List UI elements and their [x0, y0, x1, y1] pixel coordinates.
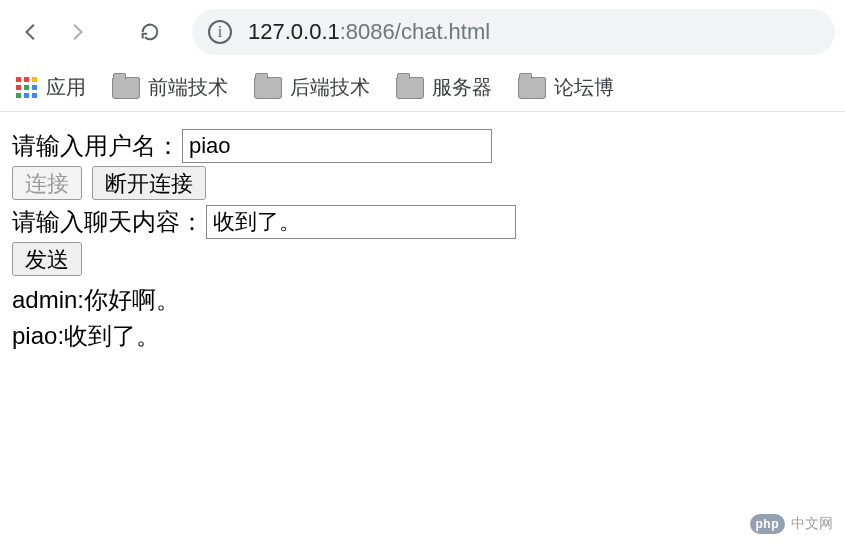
reload-icon: [139, 21, 161, 43]
arrow-left-icon: [21, 21, 43, 43]
url-host: 127.0.0.1: [248, 19, 340, 45]
message-input[interactable]: [206, 205, 516, 239]
bookmarks-bar: 应用 前端技术 后端技术 服务器 论坛博: [0, 64, 845, 112]
url-port: :8086: [340, 19, 395, 45]
folder-icon: [518, 77, 546, 99]
back-button[interactable]: [10, 10, 54, 54]
username-input[interactable]: [182, 129, 492, 163]
site-info-icon[interactable]: i: [208, 20, 232, 44]
folder-icon: [396, 77, 424, 99]
bookmark-label: 论坛博: [554, 74, 614, 101]
message-label: 请输入聊天内容：: [12, 204, 204, 240]
apps-label: 应用: [46, 74, 86, 101]
browser-toolbar: i 127.0.0.1:8086/chat.html: [0, 0, 845, 64]
chat-line: admin:你好啊。: [12, 282, 833, 318]
username-label: 请输入用户名：: [12, 128, 180, 164]
bookmark-label: 后端技术: [290, 74, 370, 101]
info-glyph: i: [218, 23, 222, 41]
message-row: 请输入聊天内容：: [12, 204, 833, 240]
page-body: 请输入用户名： 连接 断开连接 请输入聊天内容： 发送 admin:你好啊。 p…: [0, 112, 845, 370]
apps-icon: [16, 77, 38, 99]
connect-button[interactable]: 连接: [12, 166, 82, 200]
watermark: php 中文网: [750, 514, 834, 534]
send-button-row: 发送: [12, 242, 833, 276]
address-bar[interactable]: i 127.0.0.1:8086/chat.html: [192, 9, 835, 55]
reload-button[interactable]: [128, 10, 172, 54]
bookmark-folder-server[interactable]: 服务器: [396, 74, 492, 101]
watermark-text: 中文网: [791, 515, 833, 533]
folder-icon: [254, 77, 282, 99]
bookmark-folder-forum[interactable]: 论坛博: [518, 74, 614, 101]
url-path: /chat.html: [395, 19, 490, 45]
forward-button[interactable]: [54, 10, 98, 54]
folder-icon: [112, 77, 140, 99]
username-row: 请输入用户名：: [12, 128, 833, 164]
bookmark-folder-backend[interactable]: 后端技术: [254, 74, 370, 101]
chat-log: admin:你好啊。 piao:收到了。: [12, 282, 833, 354]
bookmark-label: 前端技术: [148, 74, 228, 101]
bookmark-label: 服务器: [432, 74, 492, 101]
send-button[interactable]: 发送: [12, 242, 82, 276]
chat-line: piao:收到了。: [12, 318, 833, 354]
disconnect-button[interactable]: 断开连接: [92, 166, 206, 200]
bookmark-folder-frontend[interactable]: 前端技术: [112, 74, 228, 101]
watermark-badge: php: [750, 514, 786, 534]
connection-button-row: 连接 断开连接: [12, 166, 833, 200]
arrow-right-icon: [65, 21, 87, 43]
apps-shortcut[interactable]: 应用: [16, 74, 86, 101]
